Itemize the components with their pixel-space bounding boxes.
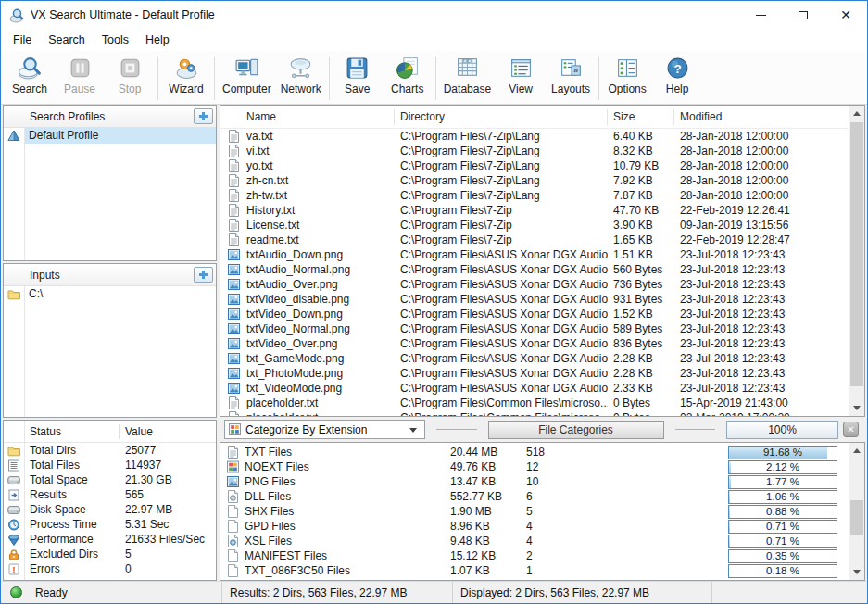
status-column-header: Status (24, 424, 120, 439)
status-row: Total Space21.30 GB (4, 472, 216, 487)
column-header-name[interactable]: Name (220, 109, 395, 125)
page-icon-cell (220, 520, 245, 533)
toolbar-button-label: Database (444, 82, 491, 95)
zoom-level-button[interactable]: 100% (726, 421, 838, 439)
toolbar-wizard-button[interactable]: Wizard (161, 53, 211, 104)
percent-bar-label: 91.68 % (729, 447, 837, 459)
maximize-button[interactable] (782, 1, 824, 29)
file-categories-button[interactable]: File Categories (488, 421, 664, 439)
txt-icon (228, 411, 240, 416)
menu-search[interactable]: Search (40, 31, 94, 49)
toolbar-view-button[interactable]: View (496, 53, 546, 104)
toolbar-help-button[interactable]: ?Help (652, 53, 702, 104)
input-item[interactable]: C:\ (4, 286, 216, 302)
toolbar-save-button[interactable]: Save (333, 53, 383, 104)
svg-text:»: » (573, 66, 578, 75)
scroll-up-icon[interactable] (849, 106, 864, 121)
category-row[interactable]: PNG Files13.47 KB101.77 % (220, 474, 849, 489)
menu-help[interactable]: Help (137, 31, 178, 49)
file-row[interactable]: History.txtC:\Program Files\7-Zip47.70 K… (220, 203, 849, 218)
file-modified: 23-Jul-2018 12:23:43 (674, 367, 849, 380)
folder-icon (7, 288, 20, 300)
view-icon (509, 56, 534, 81)
file-row[interactable]: License.txtC:\Program Files\7-Zip3.90 KB… (220, 218, 849, 233)
toolbar-network-button[interactable]: Network (276, 53, 326, 104)
file-row[interactable]: txtVideo_Down.pngC:\Program Files\ASUS X… (220, 307, 849, 321)
scroll-up-icon[interactable] (849, 443, 864, 459)
file-row[interactable]: txtAudio_Down.pngC:\Program Files\ASUS X… (220, 247, 849, 262)
scroll-down-icon[interactable] (849, 564, 864, 580)
category-name: XSL Files (245, 535, 450, 547)
file-row[interactable]: placeholder.txtC:\Program Files\Common F… (220, 396, 849, 410)
file-list-scrollbar[interactable] (849, 106, 864, 416)
file-row[interactable]: readme.txtC:\Program Files\7-Zip1.65 KB2… (220, 233, 849, 247)
scroll-down-icon[interactable] (849, 400, 864, 416)
categorize-mode-select[interactable]: Categorize By Extension (224, 420, 425, 439)
close-button[interactable]: ✕ (824, 1, 867, 29)
file-name: txtVideo_Over.png (246, 337, 395, 350)
xsl-icon (227, 535, 239, 547)
file-row[interactable]: yo.txtC:\Program Files\7-Zip\Lang10.79 K… (220, 158, 849, 173)
file-row[interactable]: va.txtC:\Program Files\7-Zip\Lang6.40 KB… (220, 129, 849, 144)
toolbar-database-button[interactable]: Database (439, 53, 496, 104)
scrollbar-thumb[interactable] (850, 500, 863, 535)
image-file-icon-cell (220, 248, 246, 261)
category-row[interactable]: MANIFEST Files15.12 KB20.35 % (220, 548, 849, 563)
toolbar: SearchPauseStopWizardComputerNetworkSave… (1, 51, 867, 105)
file-row[interactable]: txtVideo_disable.pngC:\Program Files\ASU… (220, 292, 849, 307)
file-row[interactable]: txtAudio_Over.pngC:\Program Files\ASUS X… (220, 277, 849, 292)
category-row[interactable]: XSL Files9.48 KB40.71 % (220, 534, 849, 548)
file-size: 931 Bytes (608, 293, 674, 306)
file-modified: 28-Jan-2018 12:00:00 (674, 174, 849, 187)
column-header-size[interactable]: Size (608, 109, 674, 125)
column-header-directory[interactable]: Directory (395, 109, 608, 125)
minimize-button[interactable] (739, 1, 782, 29)
add-input-button[interactable] (194, 267, 213, 283)
category-row[interactable]: NOEXT Files49.76 KB122.12 % (220, 459, 849, 474)
file-row[interactable]: zh-tw.txtC:\Program Files\7-Zip\Lang7.87… (220, 188, 849, 203)
profile-item-label: Default Profile (24, 128, 216, 144)
file-row[interactable]: txtVideo_Over.pngC:\Program Files\ASUS X… (220, 336, 849, 351)
folder-icon-cell (4, 445, 24, 457)
status-label: Disk Space (24, 503, 120, 516)
toolbar-computer-button[interactable]: Computer (218, 53, 276, 104)
left-sidebar: Search Profiles Default Profile Inputs C… (3, 105, 217, 581)
status-bar-ready: Ready (1, 582, 221, 603)
dll-icon-cell (220, 490, 245, 503)
noext-icon-cell (220, 460, 245, 473)
toolbar-charts-button[interactable]: Charts (383, 53, 433, 104)
toolbar-search-button[interactable]: Search (5, 53, 55, 104)
category-row[interactable]: SHX Files1.90 MB50.88 % (220, 504, 849, 519)
category-list-scrollbar[interactable] (849, 443, 864, 580)
file-row[interactable]: txt_PhotoMode.pngC:\Program Files\ASUS X… (220, 366, 849, 381)
files-icon (7, 459, 20, 472)
file-row[interactable]: txtVideo_Normal.pngC:\Program Files\ASUS… (220, 321, 849, 336)
file-row[interactable]: vi.txtC:\Program Files\7-Zip\Lang8.32 KB… (220, 144, 849, 158)
category-list: TXT Files20.44 MB51891.68 %NOEXT Files49… (220, 442, 865, 581)
file-row[interactable]: placeholder.txtC:\Program Files\Common F… (220, 410, 849, 416)
column-header-modified[interactable]: Modified (674, 109, 849, 125)
toolbar-options-button[interactable]: Options (602, 53, 652, 104)
scrollbar-thumb[interactable] (850, 122, 863, 386)
help-icon: ? (665, 56, 690, 81)
file-row[interactable]: txt_VideoMode.pngC:\Program Files\ASUS X… (220, 381, 849, 396)
file-row[interactable]: zh-cn.txtC:\Program Files\7-Zip\Lang7.92… (220, 173, 849, 188)
text-file-icon-cell (220, 145, 246, 157)
category-row[interactable]: TXT Files20.44 MB51891.68 % (220, 445, 849, 459)
menu-tools[interactable]: Tools (94, 31, 137, 49)
category-row[interactable]: TXT_086F3C50 Files1.07 KB10.18 % (220, 563, 849, 578)
toolbar-button-label: Search (12, 82, 47, 95)
file-row[interactable]: txtAudio_Normal.pngC:\Program Files\ASUS… (220, 262, 849, 277)
add-profile-button[interactable] (194, 108, 213, 124)
menu-file[interactable]: File (5, 31, 40, 49)
close-categories-button[interactable]: ✕ (843, 422, 859, 437)
png-icon-cell (220, 475, 245, 488)
category-row[interactable]: GPD Files8.96 KB40.71 % (220, 519, 849, 534)
toolbar-button-label: Stop (119, 82, 142, 95)
toolbar-layouts-button[interactable]: »Layouts (546, 53, 596, 104)
category-row[interactable]: DLL Files552.77 KB61.06 % (220, 489, 849, 504)
status-label: Total Files (24, 459, 120, 472)
file-row[interactable]: txt_GameMode.pngC:\Program Files\ASUS Xo… (220, 351, 849, 366)
category-percent-bar: 0.71 % (728, 535, 837, 548)
profile-item[interactable]: Default Profile (4, 128, 216, 144)
